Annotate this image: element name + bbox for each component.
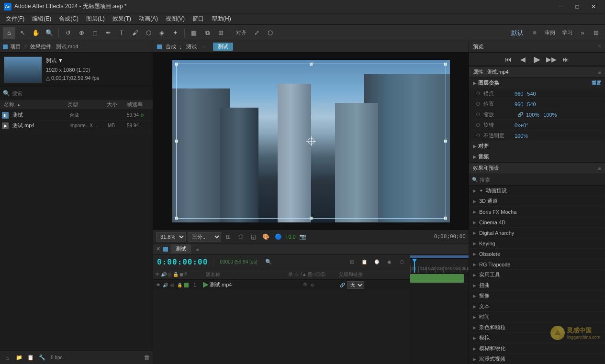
tool-rotate[interactable]: ↺ <box>62 27 74 39</box>
preview-play[interactable]: ▶ <box>532 54 542 65</box>
effects-search-input[interactable] <box>480 177 602 183</box>
tool-align2[interactable]: ⬡ <box>264 27 276 39</box>
layer-bar[interactable] <box>410 274 464 283</box>
tool-anchor[interactable]: ⊕ <box>75 27 88 39</box>
effect-item-3d[interactable]: ▶ 3D 通道 <box>469 196 605 207</box>
tool-eraser[interactable]: ◈ <box>156 27 168 39</box>
new-comp-button[interactable]: 📋 <box>26 353 35 363</box>
opacity-value[interactable]: 100% <box>515 133 528 139</box>
effect-item-obsolete[interactable]: ▶ Obsolete <box>469 249 605 259</box>
toolbar-settings[interactable]: ⊞ <box>590 27 602 39</box>
anchor-keyframe-icon[interactable]: ⏱ <box>475 90 482 97</box>
preview-step-forward[interactable]: ▶▶ <box>546 54 557 65</box>
effect-item-digital[interactable]: ▶ Digital Anarchy <box>469 228 605 238</box>
timeline-tab[interactable]: 测试 <box>171 244 191 254</box>
interpret-footage-button[interactable]: ⌂ <box>3 353 12 363</box>
menu-layer[interactable]: 图层(L) <box>82 14 109 24</box>
layer-solo-icon[interactable]: ◎ <box>169 282 175 288</box>
tool-hand[interactable]: ✋ <box>30 27 42 39</box>
effect-item-keying2[interactable]: ▶ 抠像 <box>469 291 605 301</box>
sw-2[interactable]: ⊘ <box>310 282 315 288</box>
effect-item-cinema4d[interactable]: ▶ Cinema 4D <box>469 217 605 228</box>
tool-home[interactable]: ⌂ <box>3 27 15 39</box>
list-item[interactable]: ◧ 测试 合成 59.94 ⚙ <box>0 110 153 121</box>
tool-extra2[interactable]: ⧉ <box>201 27 213 39</box>
effect-item-utility[interactable]: ▶ 实用工具 <box>469 270 605 280</box>
reset-button[interactable]: 重置 <box>592 80 601 87</box>
view-select[interactable]: 三分... <box>188 232 221 242</box>
menu-help[interactable]: 帮助(H) <box>208 14 235 24</box>
new-folder-button[interactable]: 📁 <box>14 353 24 363</box>
menu-view[interactable]: 视图(V) <box>162 14 189 24</box>
position-y[interactable]: 540 <box>527 101 536 107</box>
menu-window[interactable]: 窗口 <box>189 14 208 24</box>
properties-menu[interactable]: ≡ <box>598 69 601 76</box>
delete-button[interactable]: 🗑 <box>144 354 150 361</box>
tool-stamp[interactable]: ⬡ <box>142 27 155 39</box>
maximize-button[interactable]: □ <box>570 1 585 12</box>
effect-item-text[interactable]: ▶ 文本 <box>469 301 605 312</box>
preview-menu[interactable]: ≡ <box>598 44 601 50</box>
rotation-keyframe-icon[interactable]: ⏱ <box>475 122 482 129</box>
menu-edit[interactable]: 编辑(E) <box>28 14 55 24</box>
preview-to-end[interactable]: ⏭ <box>560 54 571 65</box>
new-item-button[interactable]: 🔧 <box>37 353 47 363</box>
effect-item-sim[interactable]: ▶ 模拟 <box>469 333 605 343</box>
scale-keyframe-icon[interactable]: ⏱ <box>475 111 482 118</box>
tool-pen[interactable]: ✒ <box>102 27 114 39</box>
effect-item-noise[interactable]: ▶ 杂色和颗粒 <box>469 322 605 333</box>
tool-puppet[interactable]: ✦ <box>169 27 181 39</box>
opacity-keyframe-icon[interactable]: ⏱ <box>475 132 482 139</box>
sw-1[interactable]: 单 <box>302 282 308 288</box>
toolbar-more[interactable]: » <box>576 27 589 39</box>
comp-menu-icon[interactable]: ≡ <box>202 44 205 50</box>
tool-zoom[interactable]: 🔍 <box>43 27 56 39</box>
workspace-menu[interactable]: ≡ <box>528 27 541 39</box>
layer-visibility-icon[interactable]: 👁 <box>155 282 161 288</box>
menu-comp[interactable]: 合成(C) <box>55 14 82 24</box>
tl-tool-3[interactable]: ⌚ <box>372 258 381 266</box>
transform-section[interactable]: ▶ 图层变换 重置 <box>469 78 605 88</box>
view-snapshot[interactable]: 📷 <box>298 232 308 242</box>
tl-tool-2[interactable]: 📋 <box>360 258 369 266</box>
view-btn-5[interactable]: 🔵 <box>273 232 283 242</box>
tool-extra3[interactable]: ⊞ <box>214 27 227 39</box>
project-search-input[interactable] <box>12 90 150 96</box>
position-x[interactable]: 960 <box>515 101 523 107</box>
scale-y[interactable]: 100% <box>543 112 557 118</box>
effect-item-rg[interactable]: ▶ RG Trapcode <box>469 259 605 270</box>
effect-item-blur[interactable]: ▶ 模糊和锐化 <box>469 343 605 354</box>
menu-effect[interactable]: 效果(T) <box>109 14 135 24</box>
effect-item-animation[interactable]: ▶ ✦ 动画预设 <box>469 186 605 196</box>
composition-canvas[interactable] <box>172 60 450 222</box>
view-btn-1[interactable]: ⊞ <box>223 232 234 242</box>
close-button[interactable]: ✕ <box>586 1 601 12</box>
effect-item-boris[interactable]: ▶ Boris FX Mocha <box>469 207 605 217</box>
timeline-menu[interactable]: ≡ <box>196 246 199 253</box>
scale-link-icon[interactable]: 🔗 <box>517 112 523 117</box>
align-section[interactable]: ▶ 对齐 <box>469 141 605 152</box>
view-btn-4[interactable]: 🎨 <box>260 232 271 242</box>
tool-select[interactable]: ↖ <box>16 27 29 39</box>
layer-audio-icon[interactable]: 🔊 <box>162 282 168 288</box>
tool-extra1[interactable]: ▦ <box>188 27 200 39</box>
layer-lock-icon[interactable]: 🔒 <box>177 282 182 288</box>
preview-step-back[interactable]: ◀ <box>517 54 528 65</box>
comp-tab[interactable]: 测试 <box>213 43 233 51</box>
effect-item-keying[interactable]: ▶ Keying <box>469 238 605 249</box>
preview-to-start[interactable]: ⏮ <box>503 54 514 65</box>
tool-text[interactable]: T <box>115 27 128 39</box>
view-btn-3[interactable]: ◱ <box>248 232 258 242</box>
list-item[interactable]: ▶ 测试.mp4 Importe...X ... MB 59.94 <box>0 121 153 131</box>
effect-item-distort[interactable]: ▶ 扭曲 <box>469 280 605 291</box>
ruler-bar[interactable]: 0s 01s 02s 03s 04s 05s 06s <box>410 259 469 273</box>
workspace-default[interactable]: 默认 <box>507 27 527 39</box>
menu-file[interactable]: 文件(F) <box>2 14 28 24</box>
anchor-y[interactable]: 540 <box>527 91 536 97</box>
tl-tool-1[interactable]: ⊞ <box>347 258 356 266</box>
tl-tool-5[interactable]: ⬡ <box>397 258 406 266</box>
zoom-select[interactable]: 31.8% 50% 100% <box>156 232 186 242</box>
effect-item-immersive[interactable]: ▶ 沉浸式视频 <box>469 354 605 364</box>
tool-align1[interactable]: ⤢ <box>250 27 263 39</box>
layer-row[interactable]: 👁 🔊 ◎ 🔒 1 测试.mp4 单 ⊘ <box>153 280 410 290</box>
